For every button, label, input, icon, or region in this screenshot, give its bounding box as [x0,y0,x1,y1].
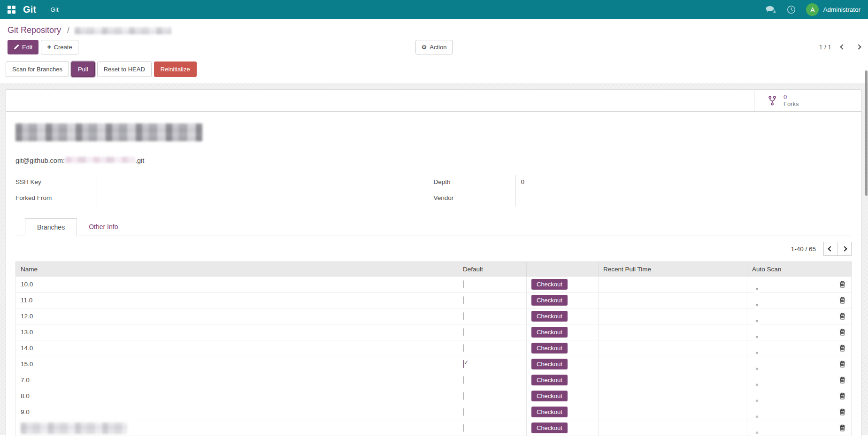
tab-branches[interactable]: Branches [25,218,77,236]
breadcrumb-root-link[interactable]: Git Repository [8,25,61,35]
recent-pull-time-cell [599,420,747,436]
table-row[interactable]: Checkout ✕ [16,420,852,436]
user-name: Administrator [823,6,860,13]
checkout-button[interactable]: Checkout [531,327,568,338]
statusbar-button-scan-for-branches[interactable]: Scan for Branches [6,61,69,77]
delete-row-button[interactable] [839,345,845,352]
recent-pull-time-cell [599,404,747,420]
recent-pull-time-cell [599,308,747,324]
tab-other-info[interactable]: Other Info [77,218,130,236]
apps-grid-icon[interactable] [8,6,15,14]
nav-menu-git[interactable]: Git [50,6,58,13]
table-row[interactable]: 9.0 Checkout ✕ [16,404,852,420]
column-header-recent-pull-time[interactable]: Recent Pull Time [599,262,747,277]
delete-row-button[interactable] [839,361,845,368]
table-row[interactable]: 12.0 Checkout ✕ [16,308,852,324]
branch-name: 7.0 [16,372,458,388]
pager-previous-icon[interactable] [840,44,845,49]
forks-label: Forks [784,100,799,108]
repo-url-redacted-link[interactable] [65,157,135,163]
table-row[interactable]: 8.0 Checkout ✕ [16,388,852,404]
breadcrumb-separator: / [67,25,69,35]
statusbar-button-reset-to-head[interactable]: Reset to HEAD [97,61,152,77]
app-brand[interactable]: Git [23,4,36,15]
delete-row-button[interactable] [839,424,845,431]
toggle-off-icon: ✕ [753,413,761,421]
column-header-default[interactable]: Default [458,262,527,277]
default-checkbox[interactable] [463,344,464,352]
table-row[interactable]: 10.0 Checkout ✕ [16,277,852,292]
forks-count: 0 [784,93,799,100]
checkout-button[interactable]: Checkout [531,279,568,290]
checkout-button[interactable]: Checkout [531,407,568,417]
checkout-button[interactable]: Checkout [531,375,568,385]
column-header-action [527,262,599,277]
branch-name: 10.0 [16,277,458,292]
top-navbar: Git Git A Administrator [0,0,868,19]
branch-name-redacted [21,423,127,434]
forked-from-value[interactable] [97,191,434,207]
checkout-button[interactable]: Checkout [531,423,568,433]
pager-next-icon[interactable] [856,44,861,49]
list-pager-previous-button[interactable] [823,242,837,256]
ssh-key-value[interactable] [97,175,434,191]
table-header-row: Name Default Recent Pull Time Auto Scan [16,262,852,277]
default-checkbox[interactable] [463,408,464,416]
trash-icon [839,424,845,431]
depth-value[interactable]: 0 [515,175,852,191]
branch-name: 15.0 [16,356,458,372]
recent-pull-time-cell [599,356,747,372]
table-row[interactable]: 15.0 Checkout ✕ [16,356,852,372]
forks-stat-button[interactable]: 0 Forks [754,90,861,111]
default-checkbox[interactable] [463,328,464,336]
column-header-auto-scan[interactable]: Auto Scan [747,262,833,277]
branches-table-body: 10.0 Checkout ✕ 11.0 Checkout ✕ [16,277,852,436]
toggle-off-icon: ✕ [753,349,761,357]
checkout-button[interactable]: Checkout [531,359,568,369]
repository-title-redacted [15,123,202,141]
table-row[interactable]: 7.0 Checkout ✕ [16,372,852,388]
delete-row-button[interactable] [839,408,845,415]
action-button[interactable]: ⚙ Action [415,40,453,54]
checkout-button[interactable]: Checkout [531,311,568,322]
trash-icon [839,329,845,336]
ssh-key-label: SSH Key [15,175,97,191]
list-pager-next-button[interactable] [837,242,852,256]
column-header-name[interactable]: Name [16,262,458,277]
user-menu[interactable]: A Administrator [806,3,860,16]
default-checkbox[interactable] [463,392,464,400]
table-row[interactable]: 11.0 Checkout ✕ [16,292,852,308]
create-button-label: Create [54,43,72,51]
checkout-button[interactable]: Checkout [531,391,568,401]
default-checkbox[interactable] [463,424,464,432]
table-row[interactable]: 14.0 Checkout ✕ [16,340,852,356]
delete-row-button[interactable] [839,377,845,384]
activity-clock-icon[interactable] [787,5,796,14]
messages-icon[interactable] [765,6,776,14]
delete-row-button[interactable] [839,313,845,320]
checkout-button[interactable]: Checkout [531,295,568,306]
statusbar-button-reinitialize[interactable]: Reinitialize [154,61,197,77]
statusbar-button-pull[interactable]: Pull [71,61,95,77]
default-checkbox[interactable] [463,296,464,304]
delete-row-button[interactable] [839,297,845,304]
plus-icon: + [47,43,51,51]
checkout-button[interactable]: Checkout [531,343,568,353]
avatar[interactable]: A [806,3,819,16]
default-checkbox[interactable] [463,312,464,320]
edit-button[interactable]: Edit [8,40,38,54]
delete-row-button[interactable] [839,281,845,288]
vendor-value[interactable] [515,191,852,207]
create-button[interactable]: + Create [41,40,78,54]
branch-name: 13.0 [16,324,458,340]
toggle-off-icon: ✕ [753,333,761,341]
vertical-scrollbar-thumb[interactable] [865,70,868,196]
form-sheet: 0 Forks git@github.com:.git SSH Key Fork… [6,89,861,438]
table-row[interactable]: 13.0 Checkout ✕ [16,324,852,340]
control-panel: Git Repository / Edit + Create ⚙ Action … [0,19,868,84]
delete-row-button[interactable] [839,329,845,336]
default-checkbox[interactable] [463,360,464,368]
delete-row-button[interactable] [839,392,845,400]
default-checkbox[interactable] [463,376,464,384]
default-checkbox[interactable] [463,280,464,288]
